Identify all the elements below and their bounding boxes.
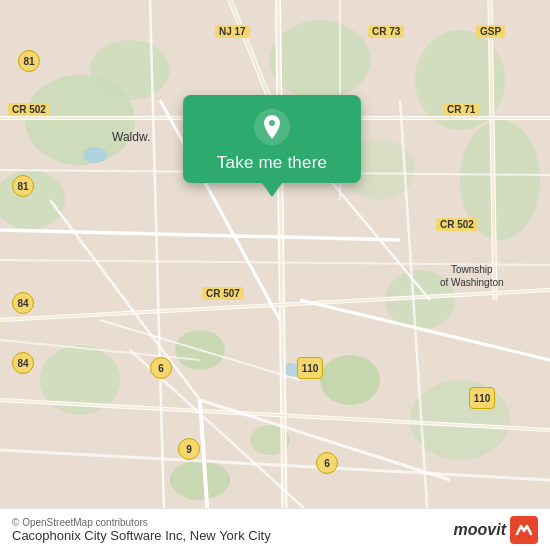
road-label-cr73: CR 73 bbox=[368, 25, 404, 38]
route-badge-81-mid: 81 bbox=[12, 175, 34, 197]
svg-point-8 bbox=[320, 355, 380, 405]
map-container: NJ 17 CR 73 GSP CR 502 CR 71 CR 502 81 8… bbox=[0, 0, 550, 550]
road-label-cr71: CR 71 bbox=[443, 103, 479, 116]
route-badge-81-top: 81 bbox=[18, 50, 40, 72]
route-badge-6-2: 6 bbox=[316, 452, 338, 474]
attribution-text: © OpenStreetMap contributors bbox=[12, 517, 271, 528]
svg-point-15 bbox=[83, 147, 107, 163]
road-label-cr507: CR 507 bbox=[202, 287, 244, 300]
bottom-bar: © OpenStreetMap contributors Cacophonix … bbox=[0, 508, 550, 550]
road-label-gsp: GSP bbox=[476, 25, 505, 38]
svg-point-3 bbox=[90, 40, 170, 100]
moovit-icon bbox=[510, 516, 538, 544]
popup-button-text: Take me there bbox=[217, 153, 327, 173]
svg-point-4 bbox=[270, 20, 370, 100]
place-name-waldwick: Waldw. bbox=[112, 130, 150, 144]
road-label-cr502-right: CR 502 bbox=[436, 218, 478, 231]
route-badge-110-2: 110 bbox=[469, 387, 495, 409]
svg-point-11 bbox=[410, 380, 510, 460]
attribution-section: © OpenStreetMap contributors Cacophonix … bbox=[12, 517, 271, 543]
road-label-cr502-left: CR 502 bbox=[8, 103, 50, 116]
bottom-left: © OpenStreetMap contributors Cacophonix … bbox=[12, 517, 271, 543]
route-badge-84-1: 84 bbox=[12, 292, 34, 314]
route-badge-110-1: 110 bbox=[297, 357, 323, 379]
moovit-logo: moovit bbox=[454, 516, 538, 544]
route-badge-6-1: 6 bbox=[150, 357, 172, 379]
road-label-nj17: NJ 17 bbox=[215, 25, 250, 38]
pin-icon bbox=[254, 109, 290, 145]
svg-point-12 bbox=[170, 460, 230, 500]
popup-card[interactable]: Take me there bbox=[183, 95, 361, 183]
place-name-township: Townshipof Washington bbox=[440, 263, 504, 289]
route-badge-9: 9 bbox=[178, 438, 200, 460]
route-badge-84-2: 84 bbox=[12, 352, 34, 374]
company-text: Cacophonix City Software Inc, New York C… bbox=[12, 528, 271, 543]
moovit-text: moovit bbox=[454, 521, 506, 539]
